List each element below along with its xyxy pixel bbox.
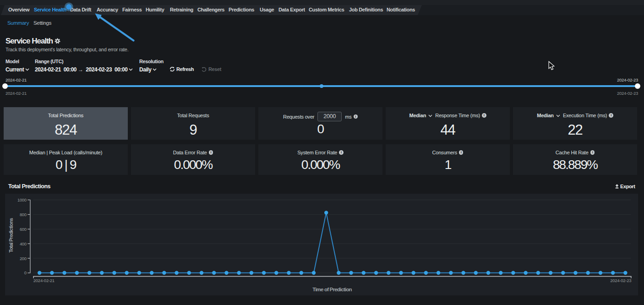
svg-text:800: 800 (20, 212, 27, 217)
svg-text:Total Predictions: Total Predictions (8, 218, 14, 253)
svg-text:600: 600 (20, 227, 27, 232)
svg-text:1000: 1000 (17, 197, 27, 202)
svg-text:400: 400 (20, 241, 27, 246)
svg-text:2024-02-21: 2024-02-21 (33, 278, 55, 283)
svg-text:200: 200 (20, 256, 27, 261)
svg-text:0: 0 (24, 270, 27, 275)
svg-text:2024-02-23: 2024-02-23 (610, 278, 631, 283)
svg-text:Time of Prediction: Time of Prediction (312, 287, 352, 292)
